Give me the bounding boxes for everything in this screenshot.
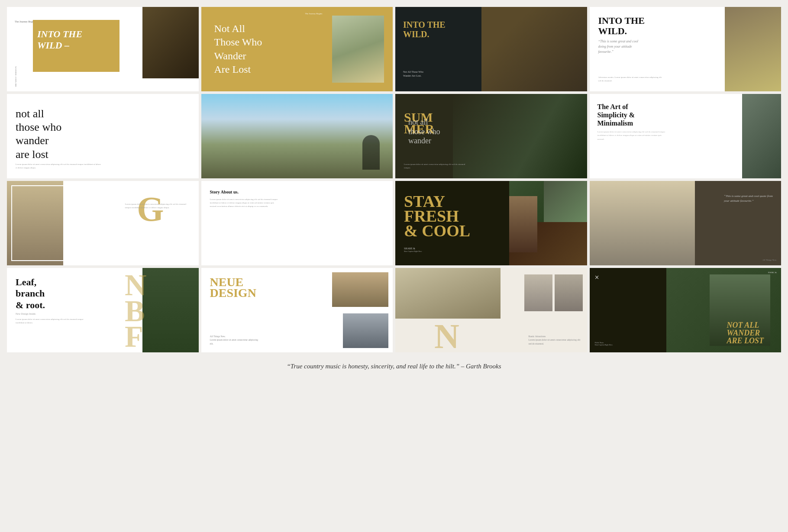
slide-1-4: INTO THEWILD. “This is some great and co… bbox=[590, 7, 782, 91]
slide-2-3-body: Lorem ipsum dolor sit amet consectetur a… bbox=[404, 163, 469, 170]
slide-1-1: The Journey Begins. INTO THEWILD – WANDE… bbox=[7, 7, 199, 91]
slide-1-3-bg bbox=[472, 7, 587, 91]
slide-4-3-rustic: Rustic AttractionsLorem ipsum dolor sit … bbox=[529, 335, 581, 346]
slide-3-1-frame bbox=[11, 185, 65, 261]
slide-1-2: The Journey Begins Not AllThose WhoWande… bbox=[201, 7, 393, 91]
slide-1-4-image bbox=[725, 7, 781, 91]
slide-2-1-script: not allthose whowanderare lost bbox=[16, 107, 190, 161]
slide-1-1-title: INTO THEWILD – bbox=[37, 29, 82, 52]
slide-3-1: G Lorem ipsum dolor sit amet consectetur… bbox=[7, 181, 199, 265]
slide-3-3-img2 bbox=[544, 181, 587, 222]
slide-1-4-adv: Adventure awaits. Lorem ipsum dolor sit … bbox=[598, 76, 663, 83]
slide-4-3-person1 bbox=[555, 274, 583, 311]
slide-4-4: Not AllWanderAre Lost × Fifth Note.Short… bbox=[590, 268, 782, 352]
quote-bar: “True country music is honesty, sincerit… bbox=[0, 352, 788, 377]
slide-4-2-title: NeueDesign bbox=[210, 277, 256, 298]
slide-3-2-title: Story About us. bbox=[210, 190, 384, 194]
slide-4-2: NeueDesign All Things New.Lorem ipsum do… bbox=[201, 268, 393, 352]
slide-1-2-image bbox=[332, 16, 384, 83]
slide-2-2-figure bbox=[362, 135, 380, 170]
slide-2-3: SUMMER not allthose whowander Lorem ipsu… bbox=[395, 94, 587, 178]
slide-1-3: INTO THEWILD. Not All Those WhoWander Ar… bbox=[395, 7, 587, 91]
quote-text: “True country music is honesty, sincerit… bbox=[287, 363, 501, 370]
slide-4-2-body: All Things New.Lorem ipsum dolor sit ame… bbox=[210, 335, 262, 346]
slide-4-1-letters: NBF bbox=[125, 272, 147, 350]
slide-1-1-image bbox=[142, 7, 199, 78]
slide-3-4-image-left bbox=[590, 181, 695, 265]
slide-2-2 bbox=[201, 94, 393, 178]
slide-4-1-image bbox=[142, 268, 199, 352]
slide-2-4-image bbox=[742, 94, 781, 178]
slide-3-3-title: STAYFRESH& COOL bbox=[404, 194, 470, 239]
slide-3-3-label: SHARE &Short Caption Right Here. bbox=[404, 247, 422, 252]
slide-4-1: Leaf,branch& root. New Design Inside. Lo… bbox=[7, 268, 199, 352]
slide-4-4-wander: Not AllWanderAre Lost bbox=[727, 321, 764, 345]
slide-4-4-bottom-label: Fifth Note.Short Caption Right Here. bbox=[595, 342, 613, 346]
slide-2-1: not allthose whowanderare lost Lorem ips… bbox=[7, 94, 199, 178]
slide-3-3-person bbox=[509, 196, 537, 252]
slide-3-4: “This is some great and cool quote from … bbox=[590, 181, 782, 265]
slide-2-4: The Art ofSimplicity &Minimalism Lorem i… bbox=[590, 94, 782, 178]
slide-3-3: STAYFRESH& COOL SHARE &Short Caption Rig… bbox=[395, 181, 587, 265]
slide-4-3-letter: N bbox=[434, 322, 459, 350]
slide-2-4-body: Lorem ipsum dolor sit amet consectetur a… bbox=[597, 130, 669, 142]
slide-4-3-person2 bbox=[524, 274, 552, 311]
slide-4-1-body: Lorem ipsum dolor sit amet consectetur a… bbox=[16, 318, 85, 325]
slide-4-4-right-label: NWBC & bbox=[768, 271, 777, 274]
slide-3-2: Story About us. Lorem ipsum dolor sit am… bbox=[201, 181, 393, 265]
slide-3-2-body: Lorem ipsum dolor sit amet consectetur a… bbox=[210, 198, 279, 208]
slide-4-3: N Rustic AttractionsLorem ipsum dolor si… bbox=[395, 268, 587, 352]
slide-1-2-top-text: The Journey Begins bbox=[305, 12, 323, 16]
slide-4-3-road bbox=[395, 268, 501, 319]
slide-2-3-script: not allthose whowander bbox=[408, 118, 440, 146]
slide-3-4-label: All Things New. bbox=[762, 259, 777, 261]
slide-2-1-body: Lorem ipsum dolor sit amet consectetur a… bbox=[16, 163, 102, 170]
slide-4-4-x: × bbox=[595, 273, 599, 282]
slide-2-3-bg bbox=[453, 94, 587, 178]
slide-1-1-side-text: WANDER • EXPLORE bbox=[15, 66, 17, 87]
slide-4-2-img-bottom bbox=[343, 313, 388, 348]
slide-3-4-quote: “This is some great and cool quote from … bbox=[724, 194, 776, 203]
slide-1-3-title: INTO THEWILD. bbox=[403, 20, 446, 39]
slide-4-2-img-top bbox=[332, 272, 388, 307]
slide-1-3-subtitle: Not All Those WhoWander Are Lost. bbox=[403, 70, 455, 78]
slide-3-1-body: Lorem ipsum dolor sit amet consectetur a… bbox=[125, 203, 190, 210]
slide-1-2-script: Not AllThose WhoWanderAre Lost bbox=[214, 22, 262, 76]
main-grid: The Journey Begins. INTO THEWILD – WANDE… bbox=[0, 0, 788, 352]
